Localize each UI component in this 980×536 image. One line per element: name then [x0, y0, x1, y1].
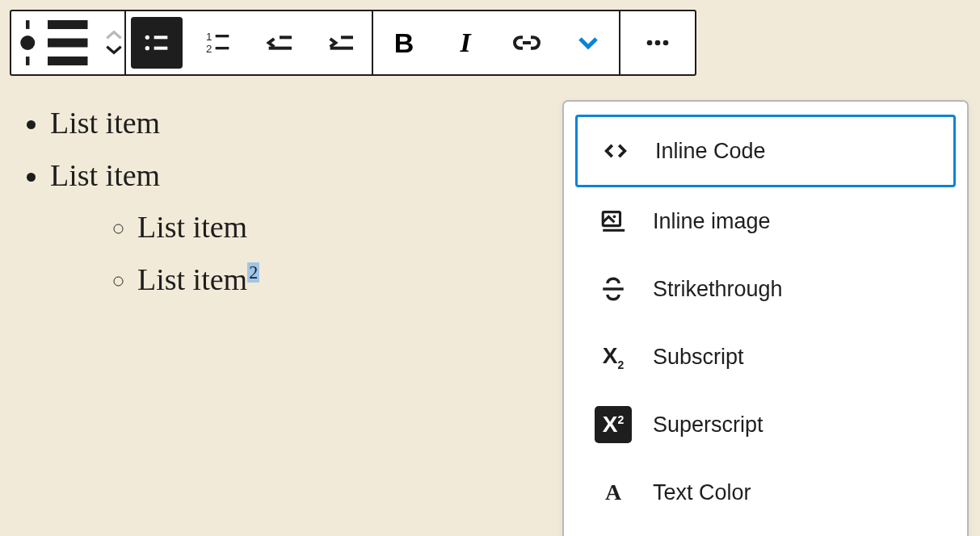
block-type-button[interactable] — [11, 11, 124, 74]
superscript-text: 2 — [247, 262, 259, 283]
toolbar-group-block — [11, 11, 126, 74]
list: List item List item List item List item2 — [15, 97, 259, 305]
text-color-icon: A — [595, 474, 632, 511]
code-icon — [597, 132, 634, 170]
dropdown-item-superscript[interactable]: X2 Superscript — [575, 391, 956, 459]
italic-icon: I — [460, 27, 470, 58]
svg-point-22 — [613, 215, 616, 218]
list-item[interactable]: List item List item List item2 — [50, 149, 259, 306]
bold-icon: B — [394, 27, 414, 59]
italic-button[interactable]: I — [435, 11, 496, 74]
link-button[interactable] — [496, 11, 557, 74]
svg-text:1: 1 — [206, 31, 212, 43]
svg-point-20 — [663, 40, 669, 46]
dropdown-item-label: Superscript — [653, 412, 763, 438]
block-toolbar: 1 2 B I — [10, 10, 696, 76]
chevron-up-icon[interactable] — [103, 29, 124, 42]
list-item[interactable]: List item — [50, 97, 259, 149]
dropdown-item-inline-code[interactable]: Inline Code — [575, 115, 956, 187]
list-item-text: List item — [137, 210, 247, 244]
dots-horizontal-icon — [641, 27, 674, 59]
list-item[interactable]: List item — [137, 201, 259, 253]
link-icon — [511, 27, 543, 59]
list-item-text: List item — [50, 158, 160, 192]
superscript-icon: X2 — [595, 406, 632, 443]
more-options-button[interactable] — [620, 11, 695, 74]
dropdown-item-strikethrough[interactable]: Strikethrough — [575, 255, 956, 323]
unordered-list-button[interactable] — [131, 17, 183, 69]
dropdown-item-subscript[interactable]: X2 Subscript — [575, 323, 956, 391]
svg-point-1 — [20, 36, 35, 50]
svg-text:2: 2 — [206, 43, 212, 55]
strikethrough-icon — [595, 270, 632, 308]
editor-content[interactable]: List item List item List item List item2 — [15, 97, 259, 305]
list-item-text: List item — [50, 106, 160, 140]
svg-point-7 — [145, 46, 149, 50]
dropdown-item-label: Inline Code — [655, 139, 766, 164]
subscript-icon: X2 — [595, 338, 632, 375]
dropdown-item-label: Strikethrough — [653, 277, 783, 302]
format-dropdown: Inline Code Inline image Strikethrough X… — [562, 100, 969, 536]
indent-button[interactable] — [310, 11, 372, 74]
bold-button[interactable]: B — [373, 11, 435, 74]
outdent-button[interactable] — [249, 11, 310, 74]
block-movers — [103, 29, 124, 57]
svg-point-19 — [655, 40, 661, 46]
toolbar-group-format: B I — [373, 11, 620, 74]
list-icon — [11, 0, 99, 86]
ordered-list-button[interactable]: 1 2 — [187, 11, 249, 74]
chevron-down-icon — [572, 27, 604, 59]
dropdown-item-label: Inline image — [653, 209, 771, 234]
dropdown-item-text-color[interactable]: A Text Color — [575, 459, 956, 526]
dropdown-item-label: Text Color — [653, 480, 751, 505]
ordered-list-icon: 1 2 — [202, 27, 234, 59]
outdent-icon — [263, 27, 296, 59]
dropdown-item-inline-image[interactable]: Inline image — [575, 187, 956, 255]
toolbar-group-more — [620, 11, 695, 74]
svg-point-6 — [145, 36, 149, 40]
indent-icon — [325, 27, 357, 59]
more-format-button[interactable] — [557, 11, 619, 74]
unordered-list-icon — [141, 27, 173, 59]
list-item-text: List item — [137, 262, 247, 296]
chevron-down-icon[interactable] — [103, 44, 124, 57]
svg-point-18 — [647, 40, 653, 46]
image-icon — [595, 203, 632, 240]
dropdown-item-label: Subscript — [653, 345, 744, 370]
toolbar-group-list: 1 2 — [126, 11, 373, 74]
nested-list: List item List item2 — [50, 201, 259, 305]
list-item[interactable]: List item2 — [137, 253, 259, 306]
